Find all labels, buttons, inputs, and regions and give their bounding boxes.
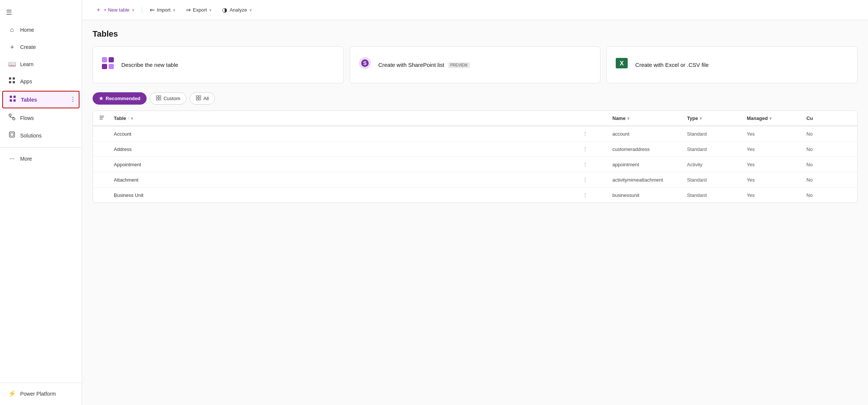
row-dots-3[interactable]: ⋮ <box>583 161 612 167</box>
sidebar-item-learn-label: Learn <box>20 61 34 67</box>
svg-rect-15 <box>102 57 107 62</box>
row-type-5: Standard <box>687 192 747 198</box>
flows-icon <box>8 114 16 122</box>
svg-rect-24 <box>156 96 158 98</box>
tab-recommended-label: Recommended <box>106 96 140 101</box>
col-managed-header[interactable]: Managed ∨ <box>747 115 806 121</box>
svg-rect-18 <box>109 64 114 69</box>
svg-rect-25 <box>159 96 161 98</box>
recommended-star-icon: ★ <box>99 96 103 101</box>
svg-text:X: X <box>620 60 624 67</box>
row-type-2: Standard <box>687 146 747 152</box>
tab-all[interactable]: All <box>190 92 215 105</box>
home-icon: ⌂ <box>8 26 16 34</box>
table-row[interactable]: Address ⋮ customeraddress Standard Yes N… <box>93 142 857 157</box>
sidebar-item-create[interactable]: ＋ Create <box>2 39 79 55</box>
power-platform-icon: ⚡ <box>8 390 16 398</box>
name-sort-icon: ∨ <box>627 116 630 120</box>
row-table-5: Business Unit <box>114 192 583 198</box>
analyze-button[interactable]: ◑ Analyze ∨ <box>218 4 256 16</box>
tab-recommended[interactable]: ★ Recommended <box>93 92 147 105</box>
row-type-1: Standard <box>687 131 747 137</box>
analyze-chevron: ∨ <box>249 8 252 12</box>
col-select-header <box>99 115 114 122</box>
excel-icon: X <box>614 56 629 74</box>
filter-tabs: ★ Recommended Custom All <box>93 92 858 105</box>
card-describe-new-table[interactable]: Describe the new table <box>93 46 344 83</box>
export-button[interactable]: ⇒ Export ∨ <box>181 4 216 16</box>
sidebar-item-solutions[interactable]: Solutions <box>2 127 79 143</box>
row-managed-3: Yes <box>747 162 806 167</box>
sidebar-item-tables-label: Tables <box>21 97 37 103</box>
col-table-header[interactable]: Table ↑ ∨ <box>114 115 583 121</box>
table-row[interactable]: Business Unit ⋮ businessunit Standard Ye… <box>93 188 857 202</box>
hamburger-icon[interactable]: ☰ <box>0 3 82 22</box>
type-sort-icon: ∨ <box>699 116 702 120</box>
svg-rect-31 <box>199 98 201 100</box>
sidebar-item-apps-label: Apps <box>20 78 32 84</box>
sidebar-item-learn[interactable]: 📖 Learn <box>2 56 79 72</box>
sidebar-item-home[interactable]: ⌂ Home <box>2 22 79 37</box>
table-row[interactable]: Appointment ⋮ appointment Activity Yes N… <box>93 157 857 172</box>
svg-rect-16 <box>109 57 114 62</box>
col-type-header[interactable]: Type ∨ <box>687 115 747 121</box>
sidebar-item-power-platform-label: Power Platform <box>20 391 56 397</box>
svg-rect-29 <box>199 96 201 98</box>
create-sharepoint-text: Create with SharePoint list PREVIEW <box>378 62 470 68</box>
describe-table-icon <box>100 56 115 74</box>
import-icon: ⇐ <box>150 6 154 13</box>
page-title: Tables <box>93 29 858 39</box>
row-cu-4: No <box>806 177 851 183</box>
toolbar-divider-1 <box>142 6 142 14</box>
all-grid-icon <box>196 95 201 102</box>
svg-rect-34 <box>100 119 103 120</box>
row-dots-5[interactable]: ⋮ <box>583 192 612 198</box>
sidebar-item-solutions-label: Solutions <box>20 133 42 139</box>
sidebar-item-flows[interactable]: Flows <box>2 110 79 126</box>
import-label: Import <box>157 7 171 13</box>
row-cu-2: No <box>806 146 851 152</box>
table-row[interactable]: Attachment ⋮ activitymimeattachment Stan… <box>93 172 857 188</box>
card-create-sharepoint[interactable]: S Create with SharePoint list PREVIEW <box>350 46 601 83</box>
sidebar-item-tables[interactable]: Tables ⋮ <box>2 91 79 108</box>
sidebar-divider-bottom <box>0 383 82 383</box>
row-managed-4: Yes <box>747 177 806 183</box>
learn-icon: 📖 <box>8 60 16 68</box>
row-cu-1: No <box>806 131 851 137</box>
preview-badge: PREVIEW <box>448 62 470 68</box>
svg-rect-32 <box>100 116 104 117</box>
row-dots-4[interactable]: ⋮ <box>583 177 612 183</box>
export-chevron: ∨ <box>209 8 212 12</box>
tab-custom[interactable]: Custom <box>150 92 187 105</box>
row-dots-1[interactable]: ⋮ <box>583 131 612 137</box>
svg-rect-17 <box>102 64 107 69</box>
row-dots-2[interactable]: ⋮ <box>583 146 612 152</box>
row-table-1: Account <box>114 131 583 137</box>
sidebar-item-power-platform[interactable]: ⚡ Power Platform <box>2 386 79 401</box>
describe-new-table-text: Describe the new table <box>121 62 178 68</box>
sidebar-item-more[interactable]: ··· More <box>2 151 79 166</box>
analyze-label: Analyze <box>230 7 247 13</box>
sharepoint-icon: S <box>357 56 372 74</box>
sidebar-bottom: ⚡ Power Platform <box>0 380 82 402</box>
create-icon: ＋ <box>8 43 16 51</box>
page-body: Tables Describe the new table <box>82 20 868 405</box>
svg-point-9 <box>13 118 15 120</box>
solutions-icon <box>8 131 16 140</box>
card-create-excel[interactable]: X Create with Excel or .CSV file <box>606 46 858 83</box>
tables-more-icon[interactable]: ⋮ <box>70 96 76 103</box>
svg-rect-14 <box>10 133 13 136</box>
table-row[interactable]: Account ⋮ account Standard Yes No <box>93 126 857 142</box>
svg-point-8 <box>9 114 11 116</box>
new-table-button[interactable]: ＋ + New table ∨ <box>91 4 139 16</box>
data-table: Table ↑ ∨ Name ∨ Type ∨ Managed ∨ Cu <box>93 111 858 203</box>
col-name-header[interactable]: Name ∨ <box>612 115 687 121</box>
svg-rect-6 <box>10 99 12 102</box>
row-managed-2: Yes <box>747 146 806 152</box>
import-button[interactable]: ⇐ Import ∨ <box>145 4 180 16</box>
svg-rect-0 <box>9 77 11 80</box>
sidebar-divider <box>0 147 82 148</box>
create-excel-text: Create with Excel or .CSV file <box>635 62 709 68</box>
sidebar-item-apps[interactable]: Apps <box>2 73 79 89</box>
row-cu-3: No <box>806 162 851 167</box>
